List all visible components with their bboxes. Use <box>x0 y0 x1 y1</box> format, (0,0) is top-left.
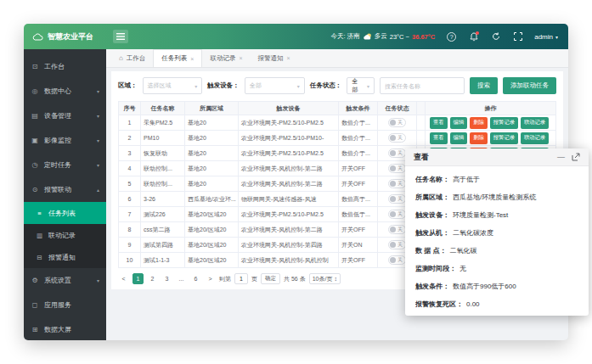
delete-button[interactable]: 删除 <box>470 132 488 144</box>
sidebar-item-video-monitoring[interactable]: ▣ 影像监控 ▾ <box>24 128 106 153</box>
trigger-device-select[interactable]: 全部 ▾ <box>245 77 305 94</box>
tab-task-list[interactable]: 任务列表 × <box>153 49 202 67</box>
sidebar-item-alarm-linkage[interactable]: ⊙ 报警联动 ▴ <box>24 177 106 202</box>
top-header: 智慧农业平台 今天: 济南 多云 23°C ~ 36.67°C ? <box>24 24 568 49</box>
tab-workbench[interactable]: ⌂ 工作台 <box>111 49 153 67</box>
header-right-group: 今天: 济南 多云 23°C ~ 36.67°C ? <box>331 31 568 42</box>
col-region: 所属区域 <box>185 102 239 115</box>
toggle-knob <box>390 211 396 217</box>
field-task-name: 任务名称：高于低于 <box>415 175 578 184</box>
updown-arrow-icon: ↕ <box>334 276 337 282</box>
jump-confirm-button[interactable]: 确定 <box>261 273 280 284</box>
app-logo: 智慧农业平台 <box>24 31 106 42</box>
sidebar-item-system-settings[interactable]: ⚙ 系统设置 ▾ <box>24 268 106 293</box>
minimize-button[interactable]: — <box>557 154 565 161</box>
app-title: 智慧农业平台 <box>48 31 93 42</box>
gear-icon: ⚙ <box>31 277 39 284</box>
chevron-down-icon: ▾ <box>191 83 197 89</box>
notification-badge-dot <box>476 31 479 35</box>
filter-bar: 区域： 选择区域 ▾ 触发设备： 全部 ▾ 任务状态： 全部 ▾ <box>118 77 556 94</box>
page-button-6[interactable]: 6 <box>190 273 201 284</box>
user-menu[interactable]: admin ▾ <box>534 33 558 41</box>
status-toggle[interactable]: 关 <box>388 148 406 158</box>
view-button[interactable]: 查看 <box>430 132 448 144</box>
status-toggle[interactable]: 关 <box>388 194 406 204</box>
status-toggle[interactable]: 关 <box>388 255 406 265</box>
weather-info: 今天: 济南 多云 23°C ~ 36.67°C <box>331 32 436 41</box>
toggle-knob <box>390 227 396 232</box>
close-icon[interactable]: × <box>190 56 194 62</box>
sidebar-item-linkage-records[interactable]: ▥ 联动记录 <box>24 224 106 246</box>
jump-page-input[interactable] <box>234 273 248 284</box>
sidebar: ⊡ 工作台 ◎ 数据中心 ▾ ▤ 设备管理 ▾ ▣ 影像监控 ▾ ◷ 定时任务 <box>24 49 106 340</box>
page-button-2[interactable]: 2 <box>147 273 158 284</box>
alarm-notice-icon: ⊟ <box>36 254 43 261</box>
task-status-select[interactable]: 全部 ▾ <box>347 77 375 94</box>
chevron-down-icon: ▾ <box>97 113 99 119</box>
col-trigger-condition: 触发条件 <box>339 102 378 115</box>
chevron-down-icon: ▾ <box>97 277 99 283</box>
refresh-icon <box>492 32 500 41</box>
status-toggle[interactable]: 关 <box>388 240 406 249</box>
status-toggle[interactable]: 关 <box>388 179 406 188</box>
hamburger-icon <box>116 33 125 40</box>
sidebar-item-timed-tasks[interactable]: ◷ 定时任务 ▾ <box>24 153 106 177</box>
status-toggle[interactable]: 关 <box>388 210 406 219</box>
sidebar-item-data-screen[interactable]: ⊞ 数据大屏 <box>24 317 106 340</box>
sidebar-item-workbench[interactable]: ⊡ 工作台 <box>24 54 106 79</box>
edit-button[interactable]: 编辑 <box>450 132 468 144</box>
sidebar-item-app-service[interactable]: ◻ 应用服务 <box>24 293 106 317</box>
field-data-point: 数 据 点：二氧化碳 <box>415 246 578 255</box>
trigger-device-label: 触发设备： <box>207 81 240 90</box>
prev-page-button[interactable]: < <box>118 273 129 284</box>
page-button-3[interactable]: 3 <box>161 273 172 284</box>
search-button[interactable]: 搜索 <box>470 77 498 94</box>
close-icon[interactable]: × <box>287 55 290 61</box>
sidebar-item-device-management[interactable]: ▤ 设备管理 ▾ <box>24 104 106 128</box>
expand-icon[interactable] <box>572 153 580 161</box>
col-clipped <box>417 102 426 115</box>
field-region: 所属区域：西瓜基地/环境质量检测系统 <box>415 193 578 202</box>
refresh-button[interactable] <box>490 31 501 42</box>
task-status-label: 任务状态： <box>310 81 342 90</box>
chevron-down-icon: ▾ <box>97 88 99 94</box>
delete-button[interactable]: 删除 <box>470 117 488 129</box>
tab-linkage-records[interactable]: 联动记录 × <box>202 49 250 67</box>
status-toggle[interactable]: 关 <box>388 118 406 127</box>
add-linkage-task-button[interactable]: 添加联动任务 <box>503 77 556 94</box>
edit-button[interactable]: 编辑 <box>450 117 468 129</box>
tab-alarm-notice[interactable]: 报警通知 × <box>251 49 298 67</box>
notification-button[interactable] <box>468 31 479 42</box>
toggle-knob <box>390 242 396 248</box>
weather-temp: 23°C ~ <box>390 33 409 41</box>
weather-condition: 多云 <box>375 32 387 41</box>
toggle-knob <box>390 150 396 156</box>
weather-today: 今天: 济南 <box>331 32 360 41</box>
chevron-down-icon: ▾ <box>555 34 558 40</box>
view-button[interactable]: 查看 <box>430 117 448 129</box>
sidebar-item-task-list[interactable]: ≡ 任务列表 <box>24 202 106 224</box>
close-icon[interactable]: × <box>239 55 242 61</box>
page-size-select[interactable]: 10条/页 ↕ <box>309 273 341 284</box>
alarm-record-button[interactable]: 报警记录 <box>490 117 518 129</box>
help-button[interactable]: ? <box>446 31 457 42</box>
panel-header: 查看 — <box>405 148 589 166</box>
status-toggle[interactable]: 关 <box>388 225 406 234</box>
linkage-record-button[interactable]: 联动记录 <box>521 117 549 129</box>
cloud-logo-icon <box>32 33 43 41</box>
region-select[interactable]: 选择区域 ▾ <box>143 77 203 94</box>
page-ellipsis: ... <box>176 273 187 284</box>
next-page-button[interactable]: > <box>205 273 216 284</box>
search-input[interactable] <box>380 77 465 94</box>
home-icon: ⌂ <box>119 54 123 62</box>
status-toggle[interactable]: 关 <box>388 133 406 143</box>
linkage-record-button[interactable]: 联动记录 <box>521 132 549 144</box>
sidebar-item-data-center[interactable]: ◎ 数据中心 ▾ <box>24 79 106 104</box>
sidebar-collapse-button[interactable] <box>113 30 128 43</box>
page-button-1[interactable]: 1 <box>132 273 144 284</box>
chevron-down-icon: ▾ <box>294 83 300 89</box>
status-toggle[interactable]: 关 <box>388 164 406 173</box>
sidebar-item-alarm-notice[interactable]: ⊟ 报警通知 <box>24 246 106 268</box>
alarm-record-button[interactable]: 报警记录 <box>490 132 518 144</box>
fullscreen-button[interactable] <box>512 31 523 42</box>
